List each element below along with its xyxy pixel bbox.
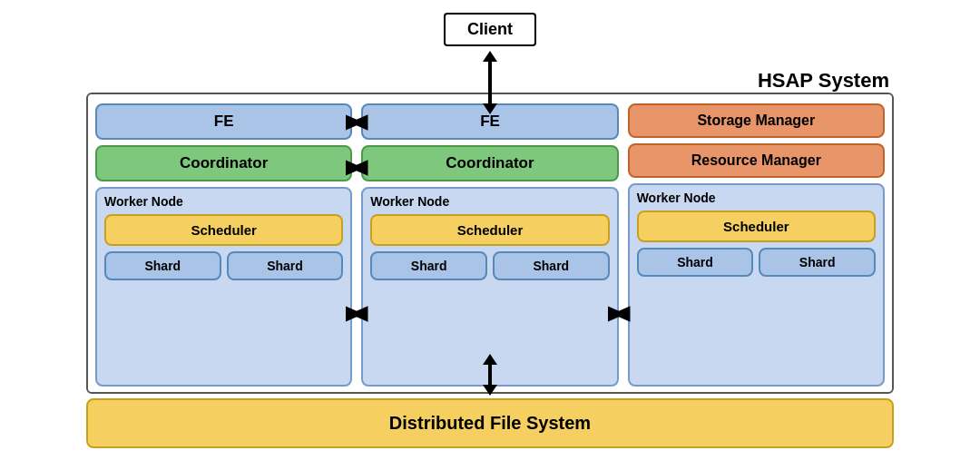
worker-node-label-left: Worker Node [104, 194, 343, 209]
fe-left: FE [95, 103, 352, 140]
arrow-shaft-dfs [488, 365, 492, 385]
left-column: FE Coordinator Worker Node Scheduler Sha… [95, 103, 352, 387]
shard-mid-2: Shard [493, 251, 610, 280]
arrowhead-down [483, 103, 497, 114]
client-label: Client [467, 20, 513, 38]
shard-row-right: Shard Shard [637, 248, 876, 277]
scheduler-left: Scheduler [104, 214, 343, 246]
inner-layout: FE Coordinator Worker Node Scheduler Sha… [95, 103, 885, 387]
worker-node-label-mid: Worker Node [370, 194, 609, 209]
dfs-box: Distributed File System [86, 398, 894, 448]
arrow-shaft [488, 62, 492, 103]
shard-right-2: Shard [759, 248, 876, 277]
mid-column: FE Coordinator Worker Node Scheduler Sha… [361, 103, 618, 387]
client-box: Client [444, 13, 536, 46]
dfs-arrow [483, 354, 497, 396]
arrowhead-up [483, 51, 497, 62]
client-arrow [483, 51, 497, 114]
shard-right-1: Shard [637, 248, 754, 277]
worker-node-label-right: Worker Node [637, 191, 876, 205]
worker-node-right: Worker Node Scheduler Shard Shard [628, 183, 885, 387]
dfs-label: Distributed File System [389, 413, 591, 433]
scheduler-mid: Scheduler [370, 214, 609, 246]
resource-manager: Resource Manager [628, 143, 885, 178]
arrowhead-down-dfs [483, 385, 497, 396]
diagram-container: Client HSAP System FE Coordinator Worker… [36, 13, 944, 457]
arrowhead-up-dfs [483, 354, 497, 365]
hsap-label: HSAP System [758, 69, 889, 93]
shard-row-mid: Shard Shard [370, 251, 609, 280]
storage-manager: Storage Manager [628, 103, 885, 138]
coordinator-left: Coordinator [95, 145, 352, 181]
shard-mid-1: Shard [370, 251, 487, 280]
scheduler-right: Scheduler [637, 211, 876, 242]
worker-node-left: Worker Node Scheduler Shard Shard [95, 187, 352, 387]
coordinator-mid: Coordinator [361, 145, 618, 181]
shard-row-left: Shard Shard [104, 251, 343, 280]
shard-left-2: Shard [227, 251, 344, 280]
right-column: Storage Manager Resource Manager Worker … [628, 103, 885, 387]
shard-left-1: Shard [104, 251, 221, 280]
